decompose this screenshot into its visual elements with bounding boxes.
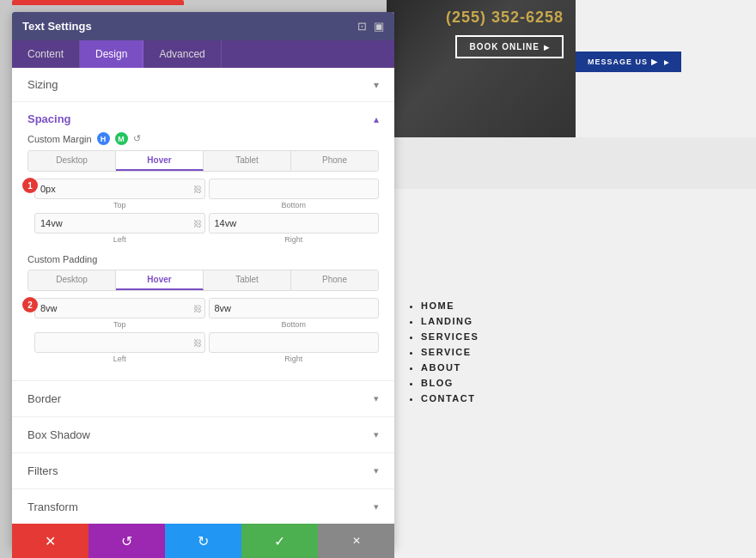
expand-icon[interactable]: ▣ <box>374 20 384 33</box>
padding-left-field: ⛓ Left <box>34 332 205 363</box>
padding-label-text: Custom Padding <box>27 254 97 264</box>
margin-phone-tab[interactable]: Phone <box>291 151 378 171</box>
padding-phone-tab[interactable]: Phone <box>291 270 378 290</box>
sizing-section[interactable]: Sizing ▾ <box>12 68 394 102</box>
nav-item[interactable]: LANDING <box>421 316 479 326</box>
margin-desktop-tab[interactable]: Desktop <box>28 151 116 171</box>
filters-title: Filters <box>27 464 58 477</box>
margin-left-wrap: ⛓ <box>34 213 205 234</box>
padding-right-label: Right <box>209 355 380 363</box>
padding-bottom-field: Bottom <box>209 298 380 329</box>
undo-button[interactable]: ↺ <box>88 524 165 558</box>
margin-tablet-tab[interactable]: Tablet <box>204 151 291 171</box>
padding-top-wrap: ⛓ <box>34 298 205 318</box>
padding-hover-tab[interactable]: Hover <box>116 270 204 290</box>
border-arrow: ▾ <box>374 393 379 404</box>
message-us-button[interactable]: MESSAGE US ▶ <box>576 52 681 72</box>
spacing-section: Spacing ▴ Custom Margin H M ↺ Desktop Ho… <box>12 102 394 381</box>
margin-hover-tab[interactable]: Hover <box>116 151 204 171</box>
nav-item[interactable]: ABOUT <box>421 362 479 373</box>
transform-title: Transform <box>27 500 78 513</box>
nav-list: HOMELANDINGSERVICESSERVICEABOUTBLOGCONTA… <box>421 300 479 409</box>
margin-inputs: 1 ⛓ Top Bottom <box>34 179 379 244</box>
white-separator <box>387 137 756 189</box>
padding-top-input[interactable] <box>34 298 205 318</box>
padding-tablet-tab[interactable]: Tablet <box>204 270 291 290</box>
text-settings-panel: Text Settings ⊡ ▣ Content Design Advance… <box>12 12 394 549</box>
padding-left-label: Left <box>34 355 205 363</box>
panel-body: Sizing ▾ Spacing ▴ Custom Margin H M ↺ D… <box>12 68 394 549</box>
padding-bottom-input[interactable] <box>209 298 380 318</box>
box-shadow-arrow: ▾ <box>374 429 379 440</box>
tab-design[interactable]: Design <box>80 40 143 68</box>
tab-advanced[interactable]: Advanced <box>143 40 221 68</box>
margin-left-label: Left <box>34 235 205 244</box>
border-header[interactable]: Border ▾ <box>12 381 394 416</box>
padding-desktop-tab[interactable]: Desktop <box>28 270 116 290</box>
padding-top-label: Top <box>34 320 205 329</box>
panel-header: Text Settings ⊡ ▣ <box>12 12 394 40</box>
box-shadow-title: Box Shadow <box>27 428 90 441</box>
margin-right-input[interactable] <box>209 213 380 234</box>
mobile-icon: M <box>115 132 128 145</box>
padding-left-input[interactable] <box>34 332 205 353</box>
transform-section: Transform ▾ <box>12 489 394 525</box>
padding-bottom-label: Bottom <box>209 320 380 329</box>
margin-left-input[interactable] <box>34 213 205 234</box>
spacing-collapse-arrow: ▴ <box>374 113 379 125</box>
link-icon-pad-top: ⛓ <box>193 304 202 313</box>
margin-right-label: Right <box>209 235 380 244</box>
nav-item[interactable]: SERVICE <box>421 347 479 357</box>
nav-item[interactable]: SERVICES <box>421 331 479 342</box>
transform-header[interactable]: Transform ▾ <box>12 489 394 525</box>
nav-item[interactable]: BLOG <box>421 378 479 388</box>
sizing-arrow: ▾ <box>374 79 379 91</box>
padding-left-right-row: ⛓ Left Right <box>34 332 379 363</box>
nav-item[interactable]: CONTACT <box>421 393 479 403</box>
cancel-button[interactable]: ✕ <box>12 524 88 558</box>
redo-button[interactable]: ↻ <box>165 524 241 558</box>
padding-inputs: 2 ⛓ Top Bottom <box>34 298 379 363</box>
hover-icon: H <box>97 132 110 145</box>
close-button[interactable]: ✕ <box>318 524 394 558</box>
margin-bottom-label: Bottom <box>209 201 380 209</box>
margin-top-input[interactable] <box>34 179 205 199</box>
nav-item[interactable]: HOME <box>421 300 479 311</box>
book-online-button[interactable]: BOOK ONLINE <box>455 35 564 58</box>
padding-right-input[interactable] <box>209 332 380 353</box>
border-title: Border <box>27 392 61 405</box>
link-icon-pad-left: ⛓ <box>193 338 202 348</box>
box-shadow-section: Box Shadow ▾ <box>12 417 394 453</box>
sizing-title: Sizing <box>27 78 58 91</box>
save-button[interactable]: ✓ <box>241 524 318 558</box>
phone-number: (255) 352-6258 <box>446 9 564 27</box>
reset-margin-icon[interactable]: ↺ <box>133 133 141 144</box>
margin-top-field: ⛓ Top <box>34 179 205 209</box>
margin-left-field: ⛓ Left <box>34 213 205 244</box>
top-accent-bar <box>12 0 184 5</box>
margin-top-wrap: ⛓ <box>34 179 205 199</box>
padding-right-wrap <box>209 332 380 353</box>
filters-header[interactable]: Filters ▾ <box>12 453 394 488</box>
margin-top-label: Top <box>34 201 205 209</box>
margin-label-text: Custom Margin <box>27 134 92 144</box>
margin-bottom-input[interactable] <box>209 179 380 199</box>
margin-left-right-row: ⛓ Left Right <box>34 213 379 244</box>
panel-header-icons: ⊡ ▣ <box>357 20 384 33</box>
step-1-badge: 1 <box>22 178 38 193</box>
padding-bottom-wrap <box>209 298 380 318</box>
margin-right-field: Right <box>209 213 380 244</box>
panel-title: Text Settings <box>22 20 92 33</box>
margin-device-tabs: Desktop Hover Tablet Phone <box>27 150 379 172</box>
spacing-header[interactable]: Spacing ▴ <box>27 102 379 132</box>
padding-top-bottom-row: ⛓ Top Bottom <box>34 298 379 329</box>
padding-left-wrap: ⛓ <box>34 332 205 353</box>
filters-arrow: ▾ <box>374 465 379 476</box>
minimize-icon[interactable]: ⊡ <box>357 20 367 33</box>
tab-content[interactable]: Content <box>12 40 80 68</box>
filters-section: Filters ▾ <box>12 453 394 489</box>
padding-right-field: Right <box>209 332 380 363</box>
step-2-badge: 2 <box>22 297 38 312</box>
box-shadow-header[interactable]: Box Shadow ▾ <box>12 417 394 452</box>
action-bar: ✕ ↺ ↻ ✓ ✕ <box>12 524 394 558</box>
